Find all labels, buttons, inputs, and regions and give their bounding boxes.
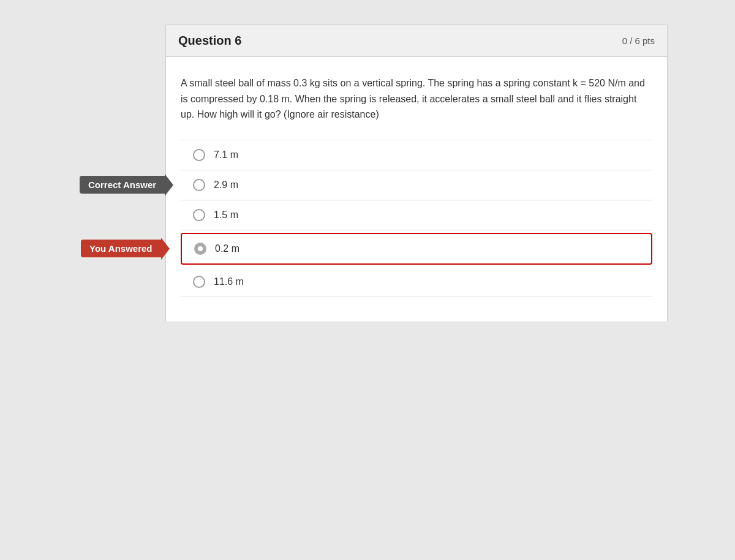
correct-answer-label: Correct Answer: [80, 176, 165, 194]
option-0-2[interactable]: You Answered 0.2 m: [181, 233, 652, 265]
you-answered-label-wrapper: You Answered: [81, 238, 170, 260]
question-card: Question 6 0 / 6 pts A small steel ball …: [165, 25, 668, 322]
option-text-7-1: 7.1 m: [214, 149, 238, 161]
option-2-9[interactable]: Correct Answer 2.9 m: [181, 170, 652, 200]
option-11-6[interactable]: 11.6 m: [181, 267, 652, 297]
question-header: Question 6 0 / 6 pts: [166, 25, 667, 57]
radio-1-5: [193, 209, 205, 221]
you-answered-label: You Answered: [81, 240, 161, 257]
option-1-5[interactable]: 1.5 m: [181, 200, 652, 230]
answer-options: 7.1 m Correct Answer 2.9 m 1.5 m: [181, 140, 652, 297]
option-text-2-9: 2.9 m: [214, 180, 238, 191]
radio-7-1: [193, 149, 205, 161]
question-body: A small steel ball of mass 0.3 kg sits o…: [166, 57, 667, 322]
option-7-1[interactable]: 7.1 m: [181, 140, 652, 170]
option-text-0-2: 0.2 m: [215, 243, 239, 254]
points-label: 0 / 6 pts: [622, 36, 655, 46]
you-answered-arrow: [161, 238, 170, 260]
correct-answer-arrow: [165, 174, 173, 196]
option-text-1-5: 1.5 m: [214, 210, 238, 221]
correct-answer-label-wrapper: Correct Answer: [80, 174, 173, 196]
radio-2-9: [193, 179, 205, 191]
radio-11-6: [193, 276, 205, 288]
page-wrapper: Question 6 0 / 6 pts A small steel ball …: [67, 25, 668, 322]
question-text: A small steel ball of mass 0.3 kg sits o…: [181, 75, 652, 123]
question-title: Question 6: [178, 34, 241, 48]
option-text-11-6: 11.6 m: [214, 276, 244, 287]
bottom-padding: [181, 297, 652, 316]
radio-0-2: [194, 243, 206, 255]
